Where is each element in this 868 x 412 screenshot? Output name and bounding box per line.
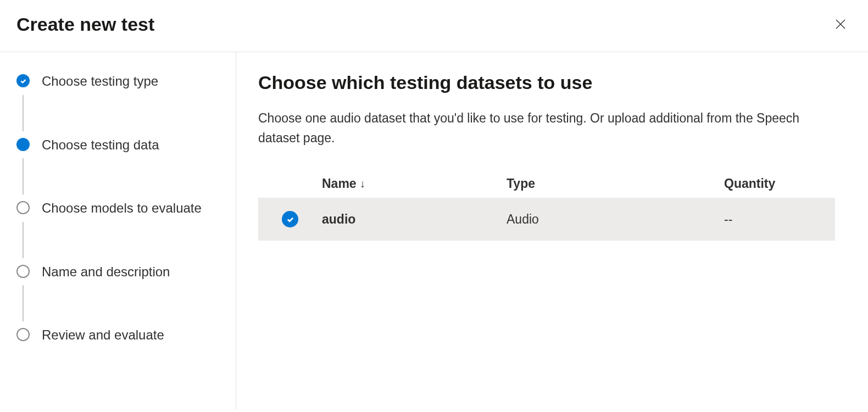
column-label: Type	[507, 176, 535, 191]
step-connector	[23, 158, 24, 194]
main-content: Choose which testing datasets to use Cho…	[236, 52, 868, 409]
table-header: Name ↓ Type Quantity	[258, 170, 835, 198]
step-label: Choose testing type	[42, 72, 164, 91]
step-label: Choose models to evaluate	[42, 199, 207, 218]
wizard-stepper: Choose testing type Choose testing data …	[0, 52, 236, 409]
close-icon	[834, 18, 847, 31]
step-label: Name and description	[42, 263, 175, 281]
row-select-checkbox[interactable]	[282, 211, 298, 227]
table-row[interactable]: audio Audio --	[258, 198, 835, 241]
step-label: Review and evaluate	[42, 326, 170, 344]
datasets-table: Name ↓ Type Quantity	[258, 170, 835, 241]
column-header-quantity[interactable]: Quantity	[724, 176, 835, 191]
step-connector	[23, 95, 24, 131]
column-header-name[interactable]: Name ↓	[322, 176, 507, 191]
step-connector	[23, 285, 24, 321]
step-choose-testing-data[interactable]: Choose testing data	[16, 136, 219, 154]
column-header-select	[258, 176, 322, 191]
step-name-description[interactable]: Name and description	[16, 263, 219, 281]
column-label: Quantity	[724, 176, 775, 191]
step-indicator-current	[16, 138, 30, 151]
dataset-type: Audio	[507, 212, 539, 227]
sort-arrow-down-icon: ↓	[360, 177, 365, 190]
step-choose-models[interactable]: Choose models to evaluate	[16, 199, 219, 218]
main-heading: Choose which testing datasets to use	[258, 72, 835, 93]
close-button[interactable]	[830, 13, 852, 35]
step-indicator-completed	[16, 74, 30, 87]
step-indicator-pending	[16, 201, 30, 214]
step-connector	[23, 222, 24, 258]
checkmark-icon	[20, 77, 27, 85]
step-review-evaluate[interactable]: Review and evaluate	[16, 326, 219, 344]
main-description: Choose one audio dataset that you'd like…	[258, 109, 835, 148]
dialog-header: Create new test	[0, 0, 868, 52]
step-indicator-pending	[16, 328, 30, 341]
column-header-type[interactable]: Type	[507, 176, 724, 191]
column-label: Name	[322, 176, 357, 191]
dataset-name: audio	[322, 212, 355, 227]
dialog-title: Create new test	[16, 14, 154, 35]
step-choose-testing-type[interactable]: Choose testing type	[16, 72, 219, 91]
dialog-body: Choose testing type Choose testing data …	[0, 52, 868, 409]
step-indicator-pending	[16, 265, 30, 278]
checkmark-icon	[286, 215, 294, 224]
dataset-quantity: --	[724, 212, 732, 227]
step-label: Choose testing data	[42, 136, 164, 154]
